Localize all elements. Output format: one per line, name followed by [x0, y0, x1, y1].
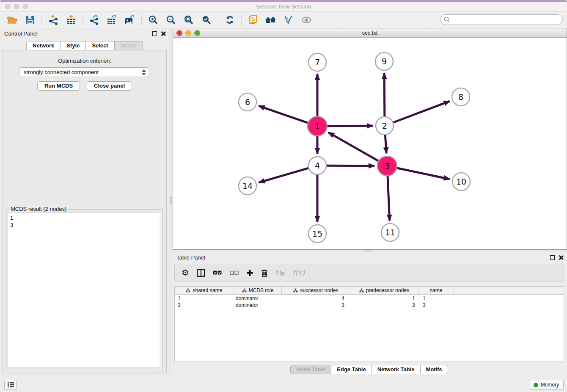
control-panel-tabs: Network Style Select MCDS [0, 41, 169, 50]
delete-table-icon[interactable] [275, 266, 285, 279]
network-graph[interactable]: 7968124314101511 [173, 38, 567, 249]
column-type-icon [186, 288, 190, 293]
save-session-icon[interactable] [23, 14, 37, 26]
cell-name[interactable]: 1 [418, 295, 454, 302]
graph-edge-2-9[interactable] [384, 73, 385, 116]
graph-edge-3-1[interactable] [328, 133, 378, 161]
graph-node-label-10: 10 [456, 177, 466, 186]
search-icon [444, 17, 450, 23]
float-panel-icon[interactable] [152, 31, 157, 36]
toolbar-separator [141, 13, 142, 27]
home-icon[interactable] [264, 14, 278, 26]
mcds-result-group: MCDS result (2 nodes) 1 3 [6, 209, 162, 369]
float-panel-icon[interactable] [550, 255, 555, 260]
tab-network[interactable]: Network [26, 41, 61, 50]
zoom-fit-icon[interactable] [182, 14, 196, 26]
graph-edge-4-3[interactable] [327, 166, 374, 166]
close-panel-button[interactable]: Close panel [87, 81, 132, 91]
zoom-in-icon[interactable] [146, 14, 160, 26]
network-window-titlebar[interactable]: × − + scc.txt [173, 28, 567, 38]
function-builder-icon[interactable]: f(x) [292, 266, 305, 279]
export-table-icon[interactable] [105, 14, 119, 26]
graph-node-label-3: 3 [385, 161, 390, 171]
column-header-name[interactable]: name [418, 287, 454, 294]
cell-shared-name[interactable]: 3 [175, 302, 234, 309]
tab-edge-table[interactable]: Edge Table [331, 365, 372, 374]
graph-edge-3-10[interactable] [397, 168, 449, 179]
tab-select[interactable]: Select [86, 41, 114, 50]
status-bar: Memory [0, 377, 567, 392]
column-header-shared-name[interactable]: shared name [175, 287, 234, 294]
export-network-icon[interactable] [87, 14, 102, 26]
search-input[interactable] [440, 14, 563, 25]
graph-edge-1-6[interactable] [259, 106, 308, 123]
table-options-icon[interactable]: ⚙ [182, 266, 189, 279]
clone-network-icon[interactable] [246, 14, 260, 26]
mcds-result-title: MCDS result (2 nodes) [9, 206, 68, 212]
table-row[interactable]: 3 dominator 3 2 3 [175, 302, 564, 309]
column-type-icon [242, 288, 247, 293]
open-session-icon[interactable] [5, 14, 19, 26]
chevron-updown-icon [142, 69, 146, 76]
refresh-icon[interactable] [223, 14, 237, 26]
cell-successor-nodes[interactable]: 3 [282, 302, 350, 309]
cell-predecessor-nodes[interactable]: 2 [350, 302, 418, 309]
column-header-mcds-role[interactable]: MCDS role [234, 287, 282, 294]
close-panel-icon[interactable] [559, 255, 564, 260]
scrollbar[interactable] [160, 210, 162, 369]
app-title: Session: New Session [0, 3, 567, 10]
node-table: shared name MCDS role successor nodes pr… [174, 286, 564, 362]
zoom-selected-icon[interactable] [199, 14, 214, 26]
tab-network-table[interactable]: Network Table [372, 365, 421, 374]
tab-mcds[interactable]: MCDS [115, 41, 143, 50]
run-mcds-button[interactable]: Run MCDS [37, 81, 80, 91]
delete-column-icon[interactable] [261, 266, 268, 279]
close-panel-icon[interactable] [161, 31, 166, 36]
cell-shared-name[interactable]: 1 [175, 295, 234, 302]
graph-edge-2-3[interactable] [385, 135, 386, 153]
graph-edge-1-2[interactable] [328, 126, 373, 126]
zoom-out-icon[interactable] [164, 14, 178, 26]
splitter-grip[interactable] [364, 250, 371, 251]
table-row[interactable]: 1 dominator 4 1 1 [175, 295, 564, 302]
memory-button[interactable]: Memory [529, 380, 564, 390]
cell-mcds-role[interactable]: dominator [234, 295, 282, 302]
column-type-icon [293, 288, 298, 293]
network-view-window: × − + scc.txt 7968124314101511 [173, 28, 567, 250]
tab-motifs[interactable]: Motifs [421, 365, 448, 374]
cell-name[interactable]: 3 [418, 302, 454, 309]
tab-node-table[interactable]: Node Table [290, 365, 331, 374]
graph-edge-3-11[interactable] [388, 176, 390, 221]
graph-edge-4-14[interactable] [259, 168, 308, 182]
column-header-successor-nodes[interactable]: successor nodes [282, 287, 350, 294]
import-table-icon[interactable] [64, 14, 78, 26]
cell-successor-nodes[interactable]: 4 [282, 295, 350, 302]
splitter-grip[interactable] [170, 197, 172, 204]
graph-node-label-11: 11 [385, 228, 395, 237]
control-panel-title: Control Panel [4, 30, 38, 37]
graph-node-label-4: 4 [315, 161, 320, 170]
hide-eye-icon[interactable] [299, 14, 314, 26]
toolbar-separator [218, 13, 218, 27]
select-all-columns-icon[interactable] [213, 266, 222, 279]
criterion-select[interactable]: strongly connected component [19, 67, 149, 77]
vizmapper-icon[interactable] [281, 14, 296, 26]
export-image-icon[interactable] [123, 14, 137, 26]
cell-predecessor-nodes[interactable]: 1 [350, 295, 418, 302]
tab-style[interactable]: Style [61, 41, 86, 50]
column-header-predecessor-nodes[interactable]: predecessor nodes [350, 287, 418, 294]
create-column-icon[interactable] [246, 266, 253, 279]
network-title: scc.txt [173, 30, 567, 36]
unselect-all-columns-icon[interactable] [230, 266, 239, 279]
mcds-result-text[interactable]: 1 3 [8, 213, 161, 367]
graph-node-label-2: 2 [382, 121, 387, 130]
import-network-icon[interactable] [46, 14, 61, 26]
memory-status-icon [534, 383, 538, 387]
table-panel-title: Table Panel [176, 254, 205, 261]
graph-edge-2-8[interactable] [394, 101, 450, 122]
show-columns-icon[interactable] [197, 266, 205, 279]
network-canvas[interactable]: 7968124314101511 [173, 38, 567, 249]
table-header-row: shared name MCDS role successor nodes pr… [175, 287, 564, 295]
cell-mcds-role[interactable]: dominator [234, 302, 282, 309]
task-history-button[interactable] [4, 380, 17, 390]
